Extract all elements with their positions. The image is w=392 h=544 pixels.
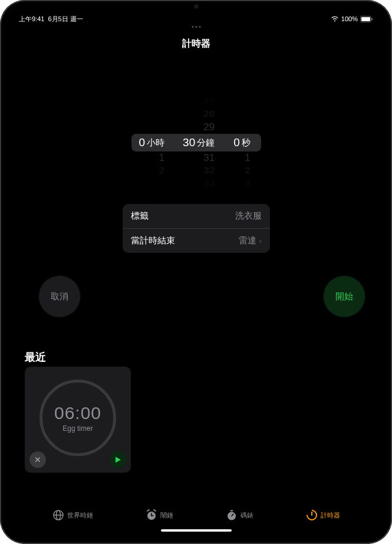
delete-recent-button[interactable]: ✕ [29,451,46,468]
tab-stopwatch[interactable]: 碼錶 [226,509,253,521]
tab-alarm[interactable]: 鬧鐘 [146,509,173,521]
svg-line-7 [147,510,149,511]
label-value: 洗衣服 [235,210,262,222]
recent-timer-time: 06:00 [54,403,101,423]
status-bar: 上午9:41 6月5日 週一 100% [11,11,381,25]
svg-rect-12 [230,510,233,512]
globe-icon [52,509,64,521]
tab-bar: 世界時鐘 鬧鐘 碼錶 計時器 [11,500,381,530]
start-button[interactable]: 開始 [324,276,365,317]
page-title: 計時器 [11,38,381,50]
svg-rect-1 [361,17,370,21]
cancel-button[interactable]: 取消 [39,276,80,317]
svg-line-8 [154,510,156,511]
battery-icon [360,16,373,22]
label-row[interactable]: 標籤 洗衣服 [123,204,270,229]
recent-timer-label: Egg timer [62,424,93,433]
stopwatch-icon [226,509,238,521]
picker-hours[interactable]: 0 小時 1 2 [131,95,174,190]
tab-timer[interactable]: 計時器 [306,509,340,521]
svg-rect-2 [372,18,373,20]
battery-percent: 100% [341,15,358,22]
wifi-icon [331,16,339,22]
status-date: 6月5日 週一 [48,15,83,24]
picker-seconds[interactable]: 0 秒 1 2 3 [226,95,261,190]
picker-minutes[interactable]: 27 28 29 30 分鐘 31 32 33 [174,95,226,190]
recent-timer-card[interactable]: 06:00 Egg timer ✕ [25,367,131,473]
label-title: 標籤 [131,210,149,222]
when-ends-row[interactable]: 當計時結束 雷達 › [123,229,270,253]
timer-icon [306,509,318,521]
chevron-right-icon: › [259,236,261,245]
home-indicator[interactable] [161,529,232,532]
status-time: 上午9:41 [19,15,44,24]
alarm-icon [146,509,157,521]
duration-picker[interactable]: 0 小時 1 2 27 28 29 30 [131,101,261,184]
when-ends-title: 當計時結束 [131,235,175,246]
timer-settings: 標籤 洗衣服 當計時結束 雷達 › [123,204,270,253]
tab-world-clock[interactable]: 世界時鐘 [52,509,93,521]
when-ends-value: 雷達 [239,235,256,246]
play-recent-button[interactable] [110,451,126,468]
close-icon: ✕ [34,455,41,464]
timer-ring: 06:00 Egg timer [39,380,116,456]
play-icon [114,456,121,463]
recent-header: 最近 [25,350,46,364]
